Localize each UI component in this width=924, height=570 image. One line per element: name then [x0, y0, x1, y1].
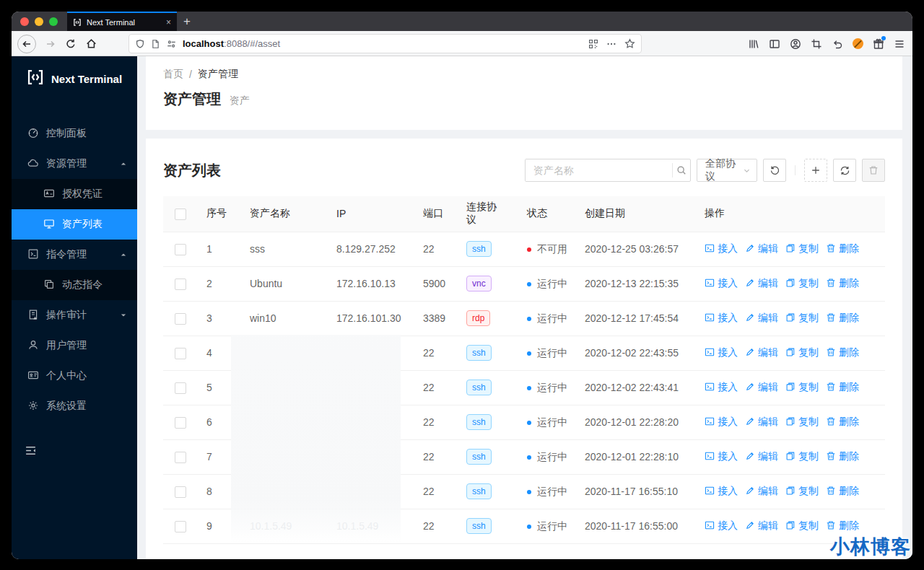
delete-action[interactable]: 删除 [826, 416, 859, 429]
edit-action[interactable]: 编辑 [745, 242, 778, 255]
status-dot [527, 490, 531, 494]
access-action[interactable]: 接入 [705, 519, 738, 532]
menu-fold-icon[interactable] [25, 444, 37, 460]
edit-action[interactable]: 编辑 [745, 277, 778, 290]
row-checkbox[interactable] [175, 486, 186, 498]
sidebar-item-credential[interactable]: 授权凭证 [12, 179, 137, 209]
copy-icon [785, 520, 796, 532]
edit-action[interactable]: 编辑 [745, 519, 778, 532]
sidebar-item-profile[interactable]: 个人中心 [12, 361, 137, 391]
extension-blocked-icon[interactable] [853, 38, 863, 49]
batch-delete-button[interactable] [862, 159, 885, 182]
delete-action[interactable]: 删除 [826, 381, 859, 394]
app-logo[interactable]: Next Terminal [12, 56, 137, 101]
breadcrumb-home[interactable]: 首页 [163, 68, 183, 81]
row-checkbox[interactable] [175, 279, 186, 290]
sidebar-toggle-icon[interactable] [769, 38, 780, 50]
access-action[interactable]: 接入 [705, 485, 738, 498]
protocol-tag: ssh [466, 345, 492, 361]
access-action[interactable]: 接入 [705, 346, 738, 359]
browser-tab[interactable]: Next Terminal × [67, 12, 177, 31]
sidebar-item-dynamic-command[interactable]: 动态指令 [12, 270, 137, 300]
access-action[interactable]: 接入 [705, 242, 738, 255]
edit-action[interactable]: 编辑 [745, 485, 778, 498]
delete-action[interactable]: 删除 [826, 346, 859, 359]
delete-action[interactable]: 删除 [826, 312, 859, 325]
url-bar[interactable]: localhost:8088/#/asset [128, 34, 642, 53]
row-checkbox[interactable] [175, 382, 186, 394]
bookmark-star-icon[interactable] [624, 38, 635, 49]
copy-action[interactable]: 复制 [785, 381, 819, 394]
menu-hamburger-icon[interactable] [894, 38, 905, 50]
tab-close-icon[interactable]: × [166, 18, 171, 27]
account-icon[interactable] [790, 38, 801, 50]
reload-button[interactable] [65, 38, 77, 50]
tracking-shield-icon[interactable] [135, 39, 145, 49]
access-action[interactable]: 接入 [705, 450, 738, 463]
close-window-button[interactable] [20, 17, 29, 26]
url-text[interactable]: localhost:8088/#/asset [183, 38, 583, 49]
reset-search-button[interactable] [763, 159, 786, 182]
sidebar-item-asset-list[interactable]: 资产列表 [12, 209, 137, 240]
row-checkbox[interactable] [175, 452, 186, 463]
edit-action[interactable]: 编辑 [745, 312, 778, 325]
cell-actions: 接入编辑复制删除 [693, 439, 885, 474]
zoom-window-button[interactable] [49, 17, 58, 26]
copy-action[interactable]: 复制 [785, 346, 819, 359]
delete-action[interactable]: 删除 [826, 519, 859, 532]
edit-action[interactable]: 编辑 [745, 450, 778, 463]
page-actions-icon[interactable] [606, 39, 616, 49]
forward-button[interactable] [45, 38, 56, 50]
edit-action[interactable]: 编辑 [745, 346, 778, 359]
access-action[interactable]: 接入 [705, 416, 738, 429]
delete-action[interactable]: 删除 [826, 242, 859, 255]
back-button[interactable] [17, 35, 36, 53]
library-icon[interactable] [748, 38, 759, 50]
select-all-checkbox[interactable] [175, 209, 186, 220]
row-checkbox[interactable] [175, 313, 186, 325]
protocol-tag: vnc [466, 276, 492, 291]
refresh-table-button[interactable] [833, 159, 856, 182]
protocol-tag: ssh [466, 241, 492, 257]
delete-action[interactable]: 删除 [826, 277, 859, 290]
home-button[interactable] [85, 38, 97, 50]
edit-action[interactable]: 编辑 [745, 381, 778, 394]
delete-action[interactable]: 删除 [826, 485, 859, 498]
copy-action[interactable]: 复制 [785, 519, 819, 532]
permissions-icon[interactable] [166, 39, 177, 49]
add-asset-button[interactable] [804, 159, 827, 182]
row-checkbox[interactable] [175, 244, 186, 255]
copy-action[interactable]: 复制 [785, 485, 819, 498]
access-action[interactable]: 接入 [705, 312, 738, 325]
asset-search-input[interactable] [526, 159, 672, 181]
table-header-row: 序号 资产名称 IP 端口 连接协议 状态 创建日期 操作 [163, 196, 885, 232]
delete-action[interactable]: 删除 [826, 450, 859, 463]
minimize-window-button[interactable] [35, 17, 43, 26]
new-tab-button[interactable]: + [183, 13, 191, 30]
edit-action[interactable]: 编辑 [745, 416, 778, 429]
sidebar-item-user-manage[interactable]: 用户管理 [12, 330, 137, 361]
undo-icon[interactable] [832, 38, 843, 50]
sidebar-item-command-manage[interactable]: 指令管理 [12, 240, 137, 270]
sidebar-item-settings[interactable]: 系统设置 [12, 391, 137, 421]
search-icon[interactable] [672, 163, 690, 177]
page-info-icon[interactable] [151, 39, 160, 49]
row-checkbox[interactable] [175, 417, 186, 429]
row-checkbox[interactable] [175, 348, 186, 359]
row-checkbox[interactable] [175, 521, 186, 532]
copy-action[interactable]: 复制 [785, 450, 819, 463]
qr-scan-icon[interactable] [588, 39, 598, 49]
copy-action[interactable]: 复制 [785, 277, 819, 290]
sidebar-item-resource-manage[interactable]: 资源管理 [12, 149, 137, 179]
protocol-select[interactable]: 全部协议 [697, 159, 757, 182]
whats-new-gift-icon[interactable] [873, 38, 884, 50]
copy-action[interactable]: 复制 [785, 312, 819, 325]
access-action[interactable]: 接入 [705, 277, 738, 290]
copy-action[interactable]: 复制 [785, 416, 819, 429]
copy-action[interactable]: 复制 [785, 242, 819, 255]
delete-icon [826, 520, 836, 532]
access-action[interactable]: 接入 [705, 381, 738, 394]
screenshot-crop-icon[interactable] [811, 38, 822, 50]
sidebar-item-dashboard[interactable]: 控制面板 [12, 118, 137, 149]
sidebar-item-audit[interactable]: 操作审计 [12, 300, 137, 330]
